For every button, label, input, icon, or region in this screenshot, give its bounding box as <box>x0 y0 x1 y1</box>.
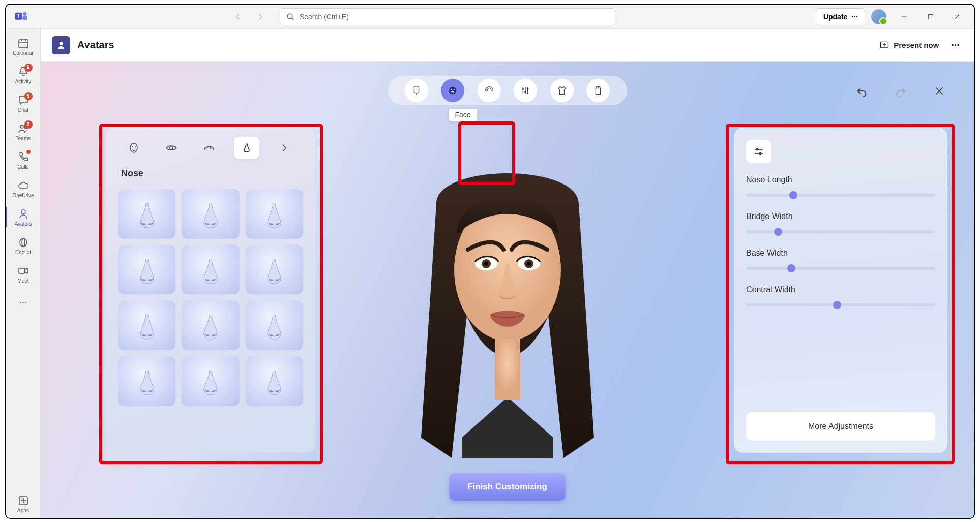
svg-point-15 <box>20 238 27 247</box>
svg-point-12 <box>20 125 23 128</box>
svg-point-27 <box>454 89 455 90</box>
chat-icon: 5 <box>17 94 29 106</box>
nose-option-2[interactable] <box>182 189 239 239</box>
nose-option-8[interactable] <box>182 300 239 350</box>
more-adjustments-button[interactable]: More Adjustments <box>746 412 935 441</box>
sidebar-item-onedrive[interactable]: OneDrive <box>6 174 41 203</box>
sidebar-item-meet[interactable]: Meet <box>6 260 41 288</box>
nose-option-12[interactable] <box>246 356 303 406</box>
svg-point-38 <box>170 146 173 150</box>
sub-tab-next[interactable] <box>272 137 297 159</box>
sidebar-item-apps[interactable]: Apps <box>6 489 41 518</box>
phone-icon <box>17 151 29 163</box>
slider-thumb[interactable] <box>774 228 782 236</box>
undo-button[interactable] <box>853 82 871 100</box>
nose-option-11[interactable] <box>182 356 239 406</box>
category-tooltip: Face <box>449 108 478 121</box>
present-now-button[interactable]: Present now <box>875 37 943 53</box>
svg-point-66 <box>484 262 488 266</box>
avatar-preview <box>380 153 635 458</box>
page-more-button[interactable]: ··· <box>948 39 963 51</box>
titlebar: T Search (Ctrl+E) Update ··· <box>6 5 974 29</box>
nav-forward-button[interactable] <box>251 8 270 26</box>
sidebar-item-teams[interactable]: 2 Teams <box>6 117 41 146</box>
nose-option-6[interactable] <box>246 245 303 295</box>
svg-rect-23 <box>414 86 419 93</box>
video-icon <box>17 265 29 277</box>
finish-customizing-button[interactable]: Finish Customizing <box>449 473 566 501</box>
slider-base width[interactable] <box>746 267 935 270</box>
sub-tab-eyes[interactable] <box>159 137 184 159</box>
apps-icon <box>17 495 29 507</box>
update-button[interactable]: Update ··· <box>816 8 865 25</box>
avatar-editor-canvas: Face Nose <box>41 62 974 518</box>
svg-point-32 <box>524 91 526 93</box>
calendar-icon <box>17 37 29 49</box>
nose-option-10[interactable] <box>118 356 175 406</box>
slider-thumb[interactable] <box>789 191 797 199</box>
slider-nose length[interactable] <box>746 194 935 197</box>
svg-point-36 <box>132 146 133 147</box>
sidebar-item-calls[interactable]: Calls <box>6 146 41 174</box>
sub-tab-eyebrows[interactable] <box>196 137 222 159</box>
sidebar-more-button[interactable]: ··· <box>6 288 41 317</box>
redo-button[interactable] <box>892 82 910 100</box>
bell-icon: 6 <box>17 66 29 78</box>
sidebar-item-copilot[interactable]: Copilot <box>6 231 41 260</box>
svg-point-31 <box>522 88 524 90</box>
svg-point-35 <box>130 143 137 152</box>
sidebar-item-calendar[interactable]: Calendar <box>6 32 41 60</box>
people-icon: 2 <box>17 122 29 135</box>
svg-point-33 <box>527 88 529 90</box>
app-sidebar: Calendar 6 Activity 5 Chat 2 Teams Calls… <box>6 29 41 518</box>
nose-option-1[interactable] <box>118 189 175 239</box>
avatar-icon <box>17 208 29 220</box>
nose-option-5[interactable] <box>182 245 239 295</box>
nav-back-button[interactable] <box>229 8 247 26</box>
svg-point-69 <box>527 262 531 266</box>
maximize-button[interactable] <box>919 8 942 26</box>
sidebar-item-avatars[interactable]: Avatars <box>6 203 41 231</box>
sub-tab-face-shape[interactable] <box>121 137 146 159</box>
adjustments-icon <box>746 140 771 163</box>
slider-label-3: Central Width <box>746 285 935 294</box>
slider-label-0: Nose Length <box>746 175 935 185</box>
sidebar-item-activity[interactable]: 6 Activity <box>6 60 41 89</box>
category-bar <box>388 76 627 105</box>
close-button[interactable] <box>945 8 969 26</box>
slider-thumb[interactable] <box>787 264 795 272</box>
teams-logo-icon: T <box>14 10 28 24</box>
svg-rect-3 <box>22 15 27 20</box>
category-wardrobe-button[interactable] <box>586 79 610 102</box>
share-screen-icon <box>879 40 889 50</box>
nose-option-7[interactable] <box>118 300 175 350</box>
slider-central width[interactable] <box>746 303 935 306</box>
category-appearance-button[interactable] <box>514 79 537 102</box>
svg-point-73 <box>756 148 759 151</box>
slider-thumb[interactable] <box>833 301 841 309</box>
category-clothing-button[interactable] <box>550 79 574 102</box>
nose-option-3[interactable] <box>246 189 303 239</box>
nose-option-4[interactable] <box>118 245 175 295</box>
sub-tab-nose[interactable] <box>234 137 259 159</box>
sidebar-item-chat[interactable]: 5 Chat <box>6 89 41 117</box>
cloud-icon <box>17 179 29 192</box>
feature-title: Nose <box>118 168 303 179</box>
svg-point-74 <box>759 152 762 155</box>
nose-option-9[interactable] <box>246 300 303 350</box>
svg-rect-70 <box>495 339 520 400</box>
close-editor-button[interactable] <box>930 82 948 100</box>
user-avatar[interactable] <box>871 9 886 24</box>
svg-point-26 <box>451 89 452 90</box>
slider-bridge width[interactable] <box>746 230 935 233</box>
svg-rect-7 <box>929 14 933 19</box>
category-face-button[interactable] <box>441 79 464 102</box>
search-input[interactable]: Search (Ctrl+E) <box>280 8 615 25</box>
minimize-button[interactable] <box>893 8 916 26</box>
category-hair-button[interactable] <box>478 79 501 102</box>
category-body-button[interactable] <box>405 79 428 102</box>
adjustments-panel: Nose LengthBridge WidthBase WidthCentral… <box>734 128 947 453</box>
svg-rect-17 <box>19 268 25 273</box>
notification-dot <box>26 150 31 154</box>
page-header: Avatars Present now ··· <box>41 29 974 62</box>
